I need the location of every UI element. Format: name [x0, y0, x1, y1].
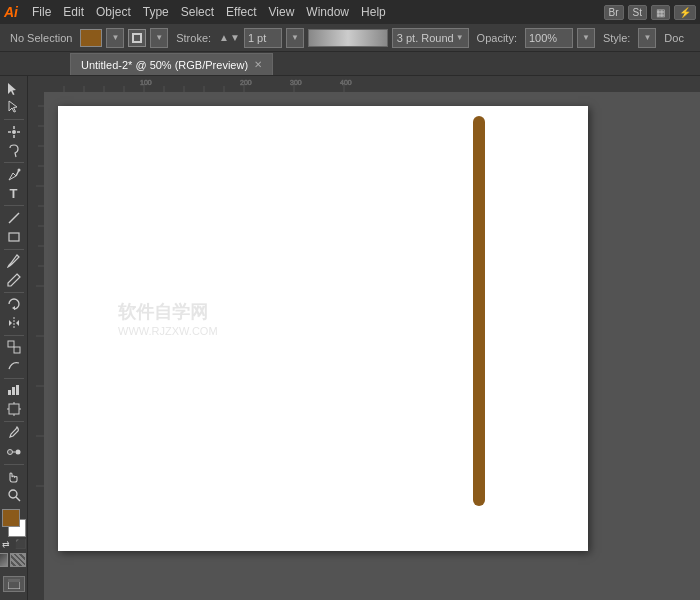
reflect-tool[interactable]	[2, 314, 26, 332]
style-label: Style:	[599, 32, 635, 44]
vertical-ruler	[28, 76, 44, 600]
warp-tool[interactable]	[2, 357, 26, 375]
svg-marker-10	[12, 306, 15, 310]
menu-file[interactable]: File	[26, 3, 57, 21]
svg-text:100: 100	[140, 79, 152, 86]
drawn-line	[473, 116, 485, 506]
selection-tool[interactable]	[2, 80, 26, 98]
watermark-line2: WWW.RJZXW.COM	[118, 324, 218, 338]
pencil-tool[interactable]	[2, 271, 26, 289]
title-icons: Br St ▦ ⚡	[604, 5, 696, 20]
tool-sep-8	[4, 421, 24, 422]
stroke-down-icon[interactable]: ▼	[230, 32, 240, 43]
lasso-tool[interactable]	[2, 142, 26, 160]
svg-text:300: 300	[290, 79, 302, 86]
graph-tool[interactable]	[2, 382, 26, 400]
default-colors-icon[interactable]: ⬛	[15, 539, 26, 549]
stroke-label: Stroke:	[172, 32, 215, 44]
watermark: 软件自学网 WWW.RJZXW.COM	[118, 301, 218, 339]
stroke-indicator	[128, 29, 146, 47]
svg-line-8	[9, 213, 19, 223]
doc-label: Doc	[660, 32, 688, 44]
menu-select[interactable]: Select	[175, 3, 220, 21]
blend-tool[interactable]	[2, 443, 26, 461]
opacity-label: Opacity:	[473, 32, 521, 44]
foreground-color-swatch[interactable]	[2, 509, 20, 527]
paintbrush-tool[interactable]	[2, 252, 26, 270]
horizontal-ruler: 100 200 300 400	[44, 76, 700, 92]
svg-rect-17	[12, 387, 15, 395]
color-area: ⇄ ⬛ ✕	[0, 505, 28, 571]
toolbar: T	[0, 76, 28, 600]
screen-mode-icon[interactable]	[3, 576, 25, 592]
hand-tool[interactable]	[2, 468, 26, 486]
svg-point-25	[15, 450, 20, 455]
line-tool[interactable]	[2, 209, 26, 227]
opacity-input[interactable]	[525, 28, 573, 48]
canvas-corner	[28, 76, 44, 92]
tab-bar: Untitled-2* @ 50% (RGB/Preview) ✕	[0, 52, 700, 76]
svg-text:400: 400	[340, 79, 352, 86]
menu-effect[interactable]: Effect	[220, 3, 262, 21]
fill-chevron-icon: ▼	[111, 33, 119, 42]
stroke-value-input[interactable]	[244, 28, 282, 48]
fill-color-swatch[interactable]	[80, 29, 102, 47]
tool-sep-4	[4, 249, 24, 250]
svg-marker-1	[9, 101, 17, 112]
tool-sep-7	[4, 378, 24, 379]
menu-help[interactable]: Help	[355, 3, 392, 21]
st-button[interactable]: St	[628, 5, 647, 20]
pen-tool[interactable]	[2, 166, 26, 184]
stroke-unit-chevron: ▼	[291, 33, 299, 42]
svg-point-24	[7, 450, 12, 455]
color-swatches	[0, 509, 28, 537]
stroke-up-icon[interactable]: ▲	[219, 32, 229, 43]
gradient-icon[interactable]	[0, 553, 8, 567]
svg-rect-16	[8, 390, 11, 395]
stroke-unit-dropdown[interactable]: ▼	[286, 28, 304, 48]
selection-label: No Selection	[6, 32, 76, 44]
svg-rect-48	[28, 76, 44, 600]
direct-selection-tool[interactable]	[2, 99, 26, 117]
stroke-type-dropdown[interactable]: ▼	[150, 28, 168, 48]
br-button[interactable]: Br	[604, 5, 624, 20]
svg-rect-30	[8, 579, 20, 582]
tab-label: Untitled-2* @ 50% (RGB/Preview)	[81, 59, 248, 71]
brush-label: 3 pt. Round	[397, 32, 454, 44]
svg-marker-12	[9, 320, 12, 326]
opacity-dropdown[interactable]: ▼	[577, 28, 595, 48]
rotate-tool[interactable]	[2, 295, 26, 313]
menu-edit[interactable]: Edit	[57, 3, 90, 21]
type-tool[interactable]: T	[2, 185, 26, 203]
zoom-tool[interactable]	[2, 486, 26, 504]
flash-button[interactable]: ⚡	[674, 5, 696, 20]
scale-tool[interactable]	[2, 338, 26, 356]
artboard-tool[interactable]	[2, 400, 26, 418]
svg-rect-9	[9, 233, 19, 241]
tool-sep-9	[4, 464, 24, 465]
rectangle-tool[interactable]	[2, 228, 26, 246]
ai-logo: Ai	[4, 4, 18, 20]
menu-view[interactable]: View	[263, 3, 301, 21]
tool-sep-2	[4, 162, 24, 163]
grid-button[interactable]: ▦	[651, 5, 670, 20]
fill-type-dropdown[interactable]: ▼	[106, 28, 124, 48]
swap-colors-icon[interactable]: ⇄	[2, 539, 10, 549]
tool-sep-3	[4, 205, 24, 206]
brush-chevron: ▼	[456, 33, 464, 42]
stroke-chevron-icon: ▼	[155, 33, 163, 42]
svg-point-27	[9, 490, 17, 498]
canvas-area[interactable]: 100 200 300 400	[28, 76, 700, 600]
pattern-icon[interactable]	[10, 553, 26, 567]
color-mode-icons: ✕	[0, 553, 28, 567]
svg-rect-18	[16, 385, 19, 395]
menu-object[interactable]: Object	[90, 3, 137, 21]
menu-window[interactable]: Window	[300, 3, 355, 21]
brush-dropdown[interactable]: 3 pt. Round ▼	[392, 28, 469, 48]
magic-wand-tool[interactable]	[2, 123, 26, 141]
menu-type[interactable]: Type	[137, 3, 175, 21]
style-dropdown[interactable]: ▼	[638, 28, 656, 48]
document-tab[interactable]: Untitled-2* @ 50% (RGB/Preview) ✕	[70, 53, 273, 75]
eyedropper-tool[interactable]	[2, 425, 26, 443]
tab-close-icon[interactable]: ✕	[254, 59, 262, 70]
